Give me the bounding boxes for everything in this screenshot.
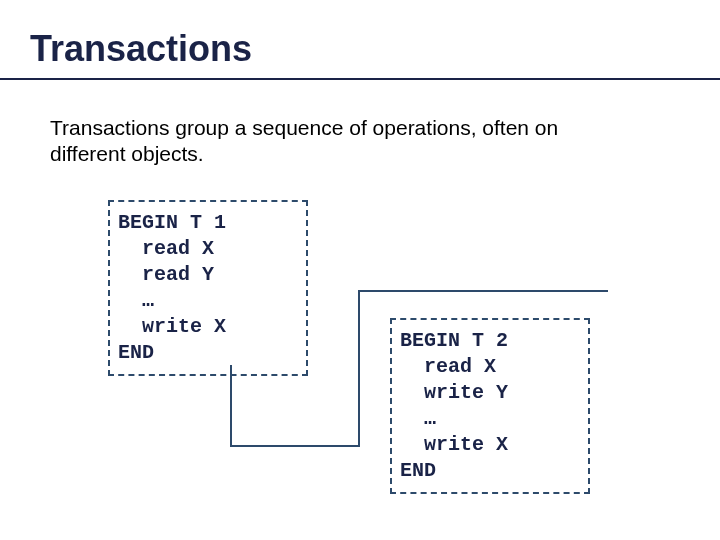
timeline-segment [230,445,360,447]
transaction-1-box: BEGIN T 1 read X read Y … write X END [108,200,308,376]
title-underline [0,78,720,80]
transaction-2-box: BEGIN T 2 read X write Y … write X END [390,318,590,494]
timeline-segment [358,290,608,292]
slide-subtitle: Transactions group a sequence of operati… [50,115,610,168]
timeline-segment [358,290,360,447]
slide-title: Transactions [30,28,252,70]
timeline-segment [230,365,232,445]
